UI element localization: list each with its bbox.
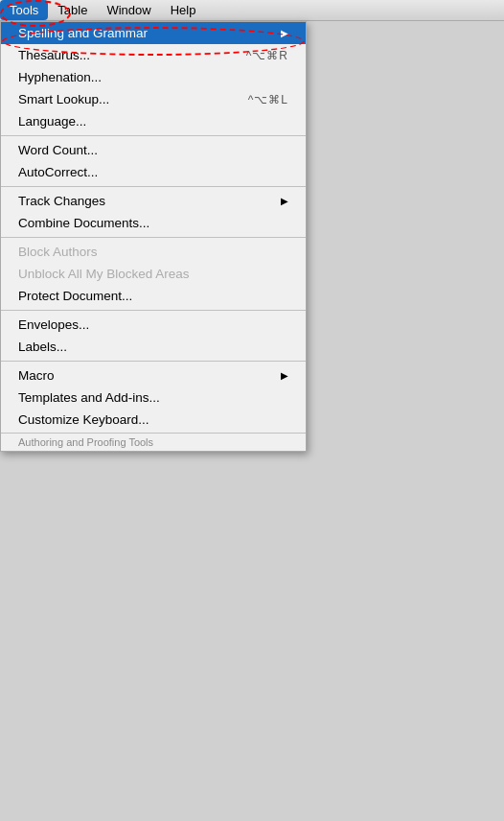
menu-item-0[interactable]: Spelling and Grammar▶	[1, 22, 306, 44]
menu-item-label-13: Labels...	[18, 340, 288, 354]
menu-item-arrow-14: ▶	[281, 370, 288, 381]
menu-item-label-2: Hyphenation...	[18, 70, 288, 84]
menu-item-3[interactable]: Smart Lookup...^⌥⌘L	[1, 88, 306, 110]
menu-item-label-5: Word Count...	[18, 143, 288, 157]
menu-separator-after-13	[1, 361, 306, 362]
menu-item-15[interactable]: Templates and Add-ins...	[1, 387, 306, 409]
menu-item-label-12: Envelopes...	[18, 317, 288, 332]
dropdown-footer: Authoring and Proofing Tools	[1, 433, 306, 451]
menu-separator-after-4	[1, 135, 306, 136]
menu-item-13[interactable]: Labels...	[1, 336, 306, 358]
menu-item-label-8: Combine Documents...	[18, 216, 288, 230]
menu-bar-item-tools[interactable]: Tools	[0, 0, 48, 20]
menu-item-5[interactable]: Word Count...	[1, 139, 306, 161]
menu-item-14[interactable]: Macro▶	[1, 364, 306, 387]
dropdown-menu: Spelling and Grammar▶Thesaurus...^⌥⌘RHyp…	[0, 21, 307, 452]
menu-item-7[interactable]: Track Changes▶	[1, 190, 306, 212]
menu-bar: ToolsTableWindowHelp	[0, 0, 504, 21]
menu-separator-after-11	[1, 310, 306, 311]
menu-item-shortcut-1: ^⌥⌘R	[246, 49, 288, 62]
menu-bar-item-table[interactable]: Table	[48, 0, 97, 20]
menu-item-16[interactable]: Customize Keyboard...	[1, 409, 306, 431]
menu-item-label-4: Language...	[18, 114, 288, 129]
menu-separator-after-8	[1, 237, 306, 238]
menu-item-label-6: AutoCorrect...	[18, 165, 288, 179]
menu-item-6[interactable]: AutoCorrect...	[1, 161, 306, 183]
menu-item-arrow-0: ▶	[281, 28, 288, 38]
menu-item-label-1: Thesaurus...	[18, 48, 227, 62]
menu-item-label-7: Track Changes	[18, 194, 271, 208]
menu-item-1[interactable]: Thesaurus...^⌥⌘R	[1, 44, 306, 66]
menu-item-8[interactable]: Combine Documents...	[1, 212, 306, 234]
menu-item-label-10: Unblock All My Blocked Areas	[18, 267, 288, 281]
menu-item-4[interactable]: Language...	[1, 110, 306, 132]
menu-item-label-3: Smart Lookup...	[18, 92, 229, 106]
menu-item-label-16: Customize Keyboard...	[18, 412, 288, 427]
menu-item-label-0: Spelling and Grammar	[18, 26, 271, 40]
menu-item-label-11: Protect Document...	[18, 289, 288, 303]
menu-item-label-9: Block Authors	[18, 245, 288, 259]
menu-item-shortcut-3: ^⌥⌘L	[248, 93, 288, 106]
menu-item-2[interactable]: Hyphenation...	[1, 66, 306, 88]
menu-bar-item-help[interactable]: Help	[161, 0, 206, 20]
menu-item-label-15: Templates and Add-ins...	[18, 390, 288, 405]
menu-item-12[interactable]: Envelopes...	[1, 314, 306, 336]
menu-item-11[interactable]: Protect Document...	[1, 285, 306, 307]
menu-item-9: Block Authors	[1, 241, 306, 263]
menu-item-label-14: Macro	[18, 368, 271, 383]
menu-item-arrow-7: ▶	[281, 196, 288, 206]
menu-bar-item-window[interactable]: Window	[97, 0, 160, 20]
menu-separator-after-6	[1, 186, 306, 187]
menu-item-10: Unblock All My Blocked Areas	[1, 263, 306, 285]
